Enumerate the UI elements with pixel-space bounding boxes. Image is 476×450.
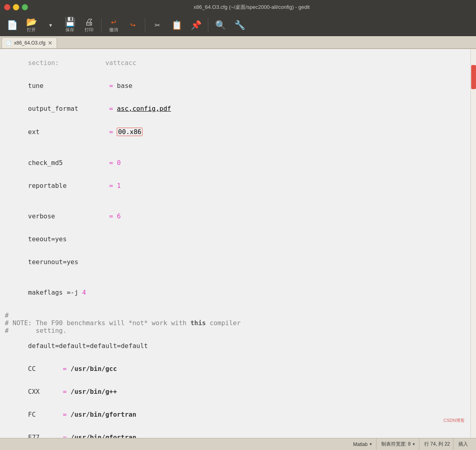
open-label: 打开 — [27, 27, 36, 33]
undo-button[interactable]: ↩ 撤消 — [105, 16, 122, 35]
line-tune: tune = base — [5, 74, 466, 97]
titlebar: x86_64.O3.cfg (~/桌面/spec2000-all/config)… — [0, 0, 476, 14]
print-label: 打印 — [85, 27, 94, 33]
line-fc: FC = /usr/bin/gfortran — [5, 403, 466, 426]
editor-content[interactable]: section: vattcacc tune = base output_for… — [0, 49, 470, 438]
tools-icon: 🔧 — [234, 21, 245, 30]
line-blank4 — [5, 304, 466, 312]
statusbar: Matlab ▼ 制表符宽度: 8 ▼ 行 74, 列 22 插入 — [0, 438, 476, 450]
ext-value-highlight: 00.x86 — [117, 128, 142, 136]
open-button[interactable]: 📂 打开 — [22, 16, 40, 35]
scrollbar-thumb[interactable] — [471, 65, 476, 89]
new-icon: 📄 — [7, 21, 18, 30]
cut-icon: ✂ — [155, 21, 160, 30]
line-comment2: # NOTE: The F90 benchmarks will *not* wo… — [5, 319, 466, 327]
scrollbar[interactable] — [470, 49, 476, 438]
save-button[interactable]: 💾 保存 — [61, 16, 79, 35]
line-comment3: # setting. — [5, 327, 466, 334]
print-button[interactable]: 🖨 打印 — [80, 16, 98, 35]
line-comment1: # — [5, 312, 466, 319]
print-icon: 🖨 — [85, 18, 94, 26]
editor-tab[interactable]: 📄 x86_64.O3.cfg ✕ — [2, 37, 57, 48]
tab-width-label: 制表符宽度: 8 — [381, 441, 411, 448]
tabbar: 📄 x86_64.O3.cfg ✕ — [0, 36, 476, 49]
line-cc: CC = /usr/bin/gcc — [5, 357, 466, 380]
partial-text: section: vattcacc — [28, 59, 136, 67]
editor-container: section: vattcacc tune = base output_for… — [0, 49, 476, 438]
line-verbose: verbose = 6 — [5, 205, 466, 228]
copy-button[interactable]: 📋 — [168, 19, 185, 31]
open-arrow-button[interactable]: ▼ — [42, 21, 59, 30]
toolbar-separator-2 — [145, 18, 145, 33]
redo-button[interactable]: ↪ — [124, 19, 142, 31]
language-selector[interactable]: Matlab ▼ — [350, 438, 376, 450]
undo-label: 撤消 — [109, 27, 118, 33]
language-label: Matlab — [353, 442, 368, 447]
line-blank3 — [5, 273, 466, 281]
watermark: CSDN博客 — [443, 417, 465, 424]
insert-mode: 插入 — [455, 438, 471, 450]
cursor-position: 行 74, 列 22 — [421, 438, 454, 450]
close-button[interactable] — [4, 4, 10, 10]
copy-icon: 📋 — [171, 21, 182, 30]
file-icon: 📄 — [6, 41, 12, 46]
position-label: 行 74, 列 22 — [424, 441, 450, 448]
line-blank2 — [5, 197, 466, 205]
line-f77: F77 = /usr/bin/gfortran — [5, 426, 466, 438]
window-title: x86_64.O3.cfg (~/桌面/spec2000-all/config)… — [31, 4, 472, 11]
find-button[interactable]: 🔍 — [212, 19, 229, 31]
paste-button[interactable]: 📌 — [187, 19, 205, 31]
cut-button[interactable]: ✂ — [148, 19, 166, 31]
line-cxx: CXX = /usr/bin/g++ — [5, 380, 466, 403]
save-label: 保存 — [65, 27, 74, 33]
minimize-button[interactable] — [13, 4, 19, 10]
line-check-md5: check_md5 = 0 — [5, 151, 466, 174]
line-default: default=default=default=default — [5, 334, 466, 357]
line-reportable: reportable = 1 — [5, 174, 466, 197]
paste-icon: 📌 — [191, 21, 201, 30]
search-icon: 🔍 — [215, 21, 226, 30]
dropdown-arrow-icon: ▼ — [49, 22, 52, 28]
tab-width-dropdown-icon: ▼ — [412, 442, 416, 446]
tab-filename: x86_64.O3.cfg — [14, 40, 45, 46]
line-teerunout: teerunout=yes — [5, 250, 466, 273]
toolbar-separator-3 — [208, 18, 208, 33]
line-partial-top: section: vattcacc — [5, 51, 466, 74]
open-icon: 📂 — [26, 18, 37, 26]
save-icon: 💾 — [65, 18, 75, 26]
window-controls[interactable] — [4, 4, 28, 10]
mode-label: 插入 — [458, 441, 468, 448]
maximize-button[interactable] — [22, 4, 28, 10]
line-blank1 — [5, 144, 466, 151]
new-button[interactable]: 📄 — [3, 19, 21, 31]
line-ext: ext = 00.x86 — [5, 120, 466, 144]
tab-width-selector[interactable]: 制表符宽度: 8 ▼ — [378, 438, 419, 450]
line-output-format: output_format = asc,config,pdf — [5, 97, 466, 120]
tab-close-button[interactable]: ✕ — [48, 40, 53, 46]
toolbar-separator-1 — [101, 18, 102, 33]
undo-icon: ↩ — [111, 18, 116, 26]
toolbar: 📄 📂 打开 ▼ 💾 保存 🖨 打印 ↩ 撤消 ↪ ✂ 📋 📌 🔍 🔧 — [0, 14, 476, 36]
tools-button[interactable]: 🔧 — [231, 19, 248, 31]
line-teeout: teeout=yes — [5, 228, 466, 250]
redo-icon: ↪ — [130, 20, 135, 29]
line-makeflags: makeflags =-j 4 — [5, 281, 466, 304]
language-dropdown-icon: ▼ — [369, 442, 373, 446]
